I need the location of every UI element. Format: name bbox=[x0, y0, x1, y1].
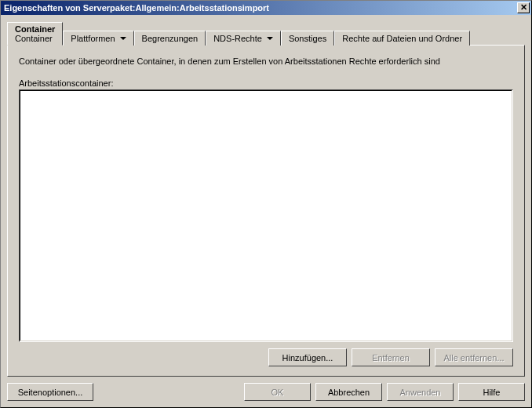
tab-sonstiges[interactable]: Sonstiges bbox=[281, 31, 334, 46]
tab-container[interactable]: Container Container bbox=[7, 22, 63, 46]
tab-label: Sonstiges bbox=[289, 34, 326, 43]
help-button[interactable]: Hilfe bbox=[458, 383, 525, 401]
cancel-button[interactable]: Abbrechen bbox=[315, 383, 382, 401]
panel-description: Container oder übergeordnete Container, … bbox=[19, 56, 513, 66]
container-list[interactable] bbox=[19, 89, 513, 342]
tab-label: Container bbox=[15, 24, 55, 34]
tab-begrenzungen[interactable]: Begrenzungen bbox=[134, 31, 206, 46]
dialog-window: Eigenschaften von Serverpaket:Allgemein:… bbox=[0, 0, 532, 408]
remove-button[interactable]: Entfernen bbox=[352, 348, 430, 366]
tab-nds-rechte[interactable]: NDS-Rechte bbox=[206, 31, 281, 46]
chevron-down-icon bbox=[120, 37, 126, 40]
remove-all-button[interactable]: Alle entfernen... bbox=[435, 348, 513, 366]
panel-button-row: Hinzufügen... Entfernen Alle entfernen..… bbox=[19, 348, 513, 366]
tab-label: Rechte auf Dateien und Ordner bbox=[342, 34, 462, 43]
tab-plattformen[interactable]: Plattformen bbox=[63, 31, 133, 46]
apply-button[interactable]: Anwenden bbox=[387, 383, 454, 401]
ok-button[interactable]: OK bbox=[244, 383, 311, 401]
window-title: Eigenschaften von Serverpaket:Allgemein:… bbox=[2, 3, 517, 13]
client-area: Container Container Plattformen Begrenzu… bbox=[1, 15, 531, 383]
tab-rechte-dateien[interactable]: Rechte auf Dateien und Ordner bbox=[334, 31, 470, 46]
tab-strip: Container Container Plattformen Begrenzu… bbox=[7, 21, 525, 45]
dialog-footer: Seitenoptionen... OK Abbrechen Anwenden … bbox=[1, 383, 531, 407]
tab-label: Plattformen bbox=[71, 34, 115, 43]
title-bar: Eigenschaften von Serverpaket:Allgemein:… bbox=[1, 1, 531, 15]
close-icon[interactable]: ✕ bbox=[517, 2, 530, 13]
tab-sublabel: Container bbox=[15, 34, 55, 43]
chevron-down-icon bbox=[267, 37, 273, 40]
tab-label: NDS-Rechte bbox=[213, 34, 262, 43]
page-options-button[interactable]: Seitenoptionen... bbox=[7, 383, 93, 401]
tab-label: Begrenzungen bbox=[142, 34, 199, 43]
list-label: Arbeitsstationscontainer: bbox=[19, 78, 513, 88]
tab-panel: Container oder übergeordnete Container, … bbox=[7, 45, 525, 377]
add-button[interactable]: Hinzufügen... bbox=[268, 348, 347, 366]
